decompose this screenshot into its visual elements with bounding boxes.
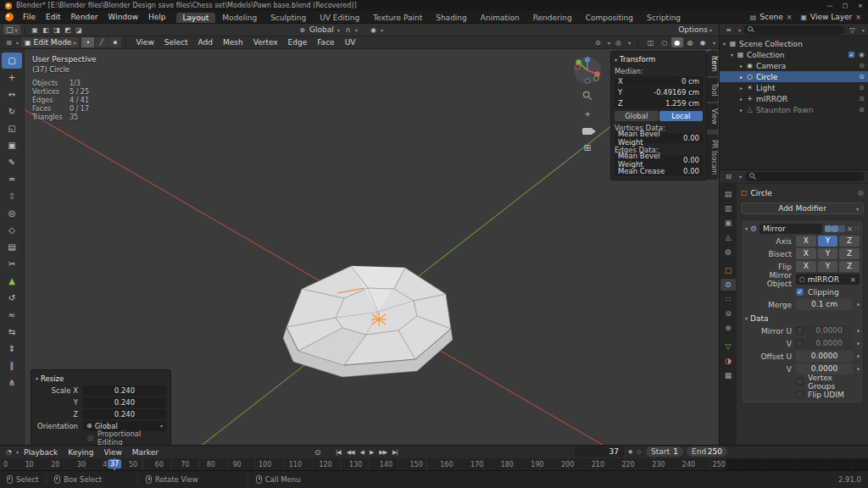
menu-edit[interactable]: Edit [41, 13, 65, 21]
menu-edge[interactable]: Edge [283, 38, 313, 47]
outliner-row-collection[interactable]: ▾ ▦ Collection ✓◉ [720, 49, 868, 60]
collapse-icon[interactable]: ▾ [745, 315, 748, 321]
outliner-editor-icon[interactable]: ≡ [723, 26, 734, 34]
close-button[interactable]: × [853, 0, 868, 11]
outliner-row-scene-collection[interactable]: ▾ ▦ Scene Collection [720, 38, 868, 49]
playhead[interactable]: 37 [108, 458, 121, 471]
menu-select[interactable]: Select [159, 38, 193, 47]
hide-icon[interactable]: ⊙ [859, 84, 865, 92]
bisect-x-button[interactable]: X [796, 248, 816, 259]
tab-view[interactable]: View [707, 103, 718, 130]
play-reverse-button[interactable]: ◀ [360, 449, 364, 456]
menu-face[interactable]: Face [312, 38, 339, 47]
proportional-editing-checkbox[interactable] [86, 435, 94, 442]
select-mode-subtract-icon[interactable]: ◨ [52, 26, 63, 34]
disclosure-icon[interactable]: ▸ [740, 63, 743, 69]
tab-tool[interactable]: Tool [707, 78, 718, 102]
play-button[interactable]: ▶ [370, 449, 373, 456]
disclosure-icon[interactable]: ▾ [723, 41, 726, 47]
axis-y-button[interactable]: Y [818, 236, 838, 247]
jump-to-start-button[interactable]: |◀ [336, 449, 341, 456]
tab-pr-isocam[interactable]: PR Isocam [707, 135, 718, 180]
axis-gizmo[interactable] [573, 56, 602, 85]
tool-extrude-region[interactable]: ⇧ [2, 188, 22, 204]
mirror-v-field[interactable]: 0.0000 [805, 338, 853, 349]
menu-view[interactable]: View [98, 448, 126, 457]
tab-physics[interactable]: ⊚ [721, 308, 736, 319]
vertex-select-mode-button[interactable]: ∙ [81, 37, 94, 47]
tool-measure[interactable]: ═ [2, 171, 22, 187]
display-realtime-toggle[interactable] [832, 225, 838, 232]
tab-modifiers wrench-icon[interactable]: ⚙ [721, 279, 736, 291]
flip-z-button[interactable]: Z [839, 261, 860, 272]
snap-toggle[interactable]: ∩▾ [342, 26, 358, 34]
menu-add[interactable]: Add [193, 38, 218, 47]
tab-world[interactable]: ◍ [721, 246, 736, 258]
bisect-z-button[interactable]: Z [839, 248, 860, 259]
tool-knife[interactable]: ✂ [2, 256, 22, 272]
merge-field[interactable]: 0.1 cm [796, 299, 853, 310]
outliner-row-camera[interactable]: ▸ ◉ Camera ⊙ [720, 60, 868, 71]
global-space-button[interactable]: Global [615, 111, 659, 121]
menu-file[interactable]: File [18, 13, 41, 21]
select-mode-intersect-icon[interactable]: ◪ [74, 26, 85, 34]
overlays-icon[interactable]: ◎ [613, 39, 624, 47]
shading-rendered-button[interactable]: ◉ [697, 37, 709, 47]
frame-start-field[interactable]: Start1 [646, 446, 683, 457]
auto-keying-icon[interactable]: ⊙ [314, 448, 321, 457]
disclosure-icon[interactable]: ▸ [740, 96, 743, 102]
current-frame-field[interactable]: 37 [575, 446, 624, 457]
outliner-row-light[interactable]: ▸ ☀ Light ⊙ [720, 82, 868, 93]
mirror-u-checkbox[interactable] [796, 327, 804, 335]
menu-view[interactable]: View [131, 38, 159, 47]
tool-inset-faces[interactable]: ◎ [2, 205, 22, 221]
workspace-tab-animation[interactable]: Animation [474, 13, 526, 23]
menu-mesh[interactable]: Mesh [218, 38, 248, 47]
hide-icon[interactable]: ⊙ [859, 73, 865, 80]
clipping-checkbox[interactable]: ✓ [796, 288, 804, 296]
modifier-header[interactable]: ▾ ⚙ Mirror × ∷ [745, 223, 860, 234]
outliner-row-staunton-pawn[interactable]: ▸ △ Staunton Pawn ⊘ [720, 104, 868, 115]
timeline-ruler[interactable]: 0102030405060708090100110120130140150160… [0, 458, 868, 471]
view-layer-unlink-icon[interactable]: × [855, 14, 861, 21]
axis-z-button[interactable]: Z [839, 236, 860, 247]
tool-annotate[interactable]: ✎ [2, 154, 22, 170]
mirror-u-field[interactable]: 0.0000 [805, 325, 853, 336]
maximize-button[interactable]: □ [837, 0, 853, 11]
median-y-field[interactable]: Y-0.49169 cm [615, 87, 703, 97]
tool-spin[interactable]: ↺ [2, 290, 22, 306]
properties-search-input[interactable] [745, 172, 865, 181]
flip-y-button[interactable]: Y [818, 261, 838, 272]
mode-dropdown[interactable]: ▣ Edit Mode▾ [21, 37, 79, 47]
select-mode-set-icon[interactable]: ▣ [30, 26, 41, 34]
tool-move[interactable]: ↔ [2, 86, 22, 103]
hide-icon[interactable]: ⊙ [859, 62, 865, 69]
menu-uv[interactable]: UV [340, 38, 361, 47]
tab-constraints[interactable]: ⊗ [721, 322, 736, 334]
select-mode-invert-icon[interactable]: ◩ [63, 26, 74, 34]
ortho-toggle-icon[interactable]: ⊞ [583, 142, 591, 153]
display-render-toggle[interactable] [838, 225, 845, 232]
select-mode-extend-icon[interactable]: ◧ [41, 26, 52, 34]
tab-render[interactable]: ▤ [721, 188, 736, 200]
workspace-tab-compositing[interactable]: Compositing [579, 13, 640, 23]
clear-icon[interactable]: × [849, 275, 856, 284]
disclosure-icon[interactable]: ▸ [740, 74, 743, 80]
frame-end-field[interactable]: End250 [687, 446, 727, 457]
tool-shrink-fatten[interactable]: ⇕ [2, 341, 22, 357]
menu-keying[interactable]: Keying [63, 448, 98, 457]
menu-window[interactable]: Window [103, 13, 144, 21]
bisect-y-button[interactable]: Y [818, 248, 838, 259]
menu-playback[interactable]: Playback [19, 448, 63, 457]
orientation-dropdown[interactable]: ⊕ Global▾ [297, 25, 340, 34]
timeline-editor-icon[interactable]: ◔ [3, 448, 14, 456]
disclosure-icon[interactable]: ▸ [740, 85, 743, 91]
tool-smooth[interactable]: ≈ [2, 307, 22, 323]
tool-rotate[interactable]: ↻ [2, 103, 22, 119]
scene-unlink-icon[interactable]: × [787, 14, 793, 21]
workspace-tab-uv-editing[interactable]: UV Editing [313, 13, 366, 23]
edge-bevel-weight-field[interactable]: Mean Bevel Weight0.00 [615, 155, 703, 165]
mirror-v-checkbox[interactable] [796, 340, 804, 347]
tool-cursor[interactable]: + [2, 69, 22, 86]
tool-bevel[interactable]: ◇ [2, 222, 22, 238]
